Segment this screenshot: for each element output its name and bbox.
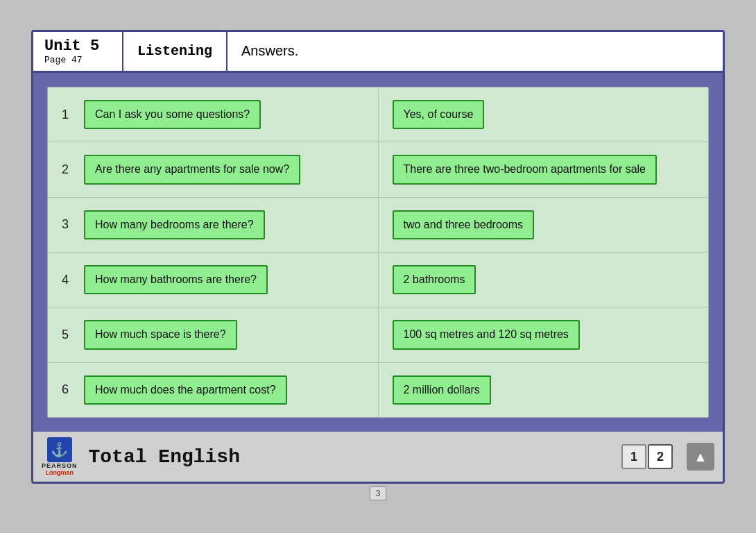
row-number: 1 [62,108,76,122]
pearson-label: PEARSON [42,462,78,469]
answer-cell: There are three two-bedroom apartments f… [378,142,708,197]
question-cell: 5How much space is there? [48,307,378,362]
page-buttons: 1 2 [621,444,673,469]
answer-box: Yes, of course [393,100,485,129]
pearson-logo: ⚓ PEARSON Longman [42,437,78,476]
page-number: 3 [370,487,387,500]
page-indicator-area: 3 [367,484,390,503]
brand-label: Total English [89,446,613,468]
question-box: How much does the apartment cost? [84,375,287,405]
page-btn-2[interactable]: 2 [648,444,673,469]
question-cell: 1Can I ask you some questions? [48,87,378,142]
header-answers: Answers. [227,32,723,71]
table-row: 1Can I ask you some questions?Yes, of co… [48,87,708,142]
header-section: Listening [123,32,227,71]
table-row: 4How many bathrooms are there?2 bathroom… [48,253,708,307]
question-box: How many bathrooms are there? [84,265,268,294]
section-label: Listening [137,43,212,59]
pearson-icon: ⚓ [47,437,72,462]
table-row: 6How much does the apartment cost?2 mill… [48,362,708,417]
unit-title: Unit 5 [44,37,111,55]
row-number: 2 [62,162,76,177]
answer-box: 100 sq metres and 120 sq metres [393,320,580,349]
question-cell: 4How many bathrooms are there? [48,253,378,307]
question-box: How many bedrooms are there? [84,210,265,239]
answer-cell: 2 bathrooms [378,253,708,307]
question-cell: 6How much does the apartment cost? [48,362,378,417]
scroll-up-button[interactable]: ▲ [687,443,714,471]
answer-box: There are three two-bedroom apartments f… [393,155,658,184]
answer-box: 2 million dollars [393,375,491,405]
answer-cell: Yes, of course [378,87,708,142]
question-cell: 3How many bedrooms are there? [48,197,378,252]
main-content: 1Can I ask you some questions?Yes, of co… [47,87,709,418]
question-box: Can I ask you some questions? [84,100,261,129]
qa-table: 1Can I ask you some questions?Yes, of co… [48,87,708,417]
table-row: 2Are there any apartments for sale now?T… [48,142,708,197]
row-number: 4 [62,273,76,287]
row-number: 5 [62,328,76,342]
question-box: Are there any apartments for sale now? [84,155,300,184]
footer: ⚓ PEARSON Longman Total English 1 2 ▲ [33,432,723,482]
header-unit: Unit 5 Page 47 [33,32,123,71]
page-btn-1[interactable]: 1 [621,444,646,469]
row-number: 6 [62,382,76,397]
row-number: 3 [62,217,76,232]
answer-cell: 100 sq metres and 120 sq metres [378,307,708,362]
question-box: How much space is there? [84,320,237,349]
unit-page: Page 47 [44,55,111,65]
answer-box: 2 bathrooms [393,265,476,294]
page-container: Unit 5 Page 47 Listening Answers. 1Can I… [31,30,725,484]
answer-cell: two and three bedrooms [378,197,708,252]
header: Unit 5 Page 47 Listening Answers. [33,32,723,73]
answers-label: Answers. [241,43,298,59]
question-cell: 2Are there any apartments for sale now? [48,142,378,197]
table-row: 3How many bedrooms are there?two and thr… [48,197,708,252]
table-row: 5How much space is there?100 sq metres a… [48,307,708,362]
answer-cell: 2 million dollars [378,362,708,417]
answer-box: two and three bedrooms [393,210,535,239]
longman-label: Longman [46,469,74,476]
